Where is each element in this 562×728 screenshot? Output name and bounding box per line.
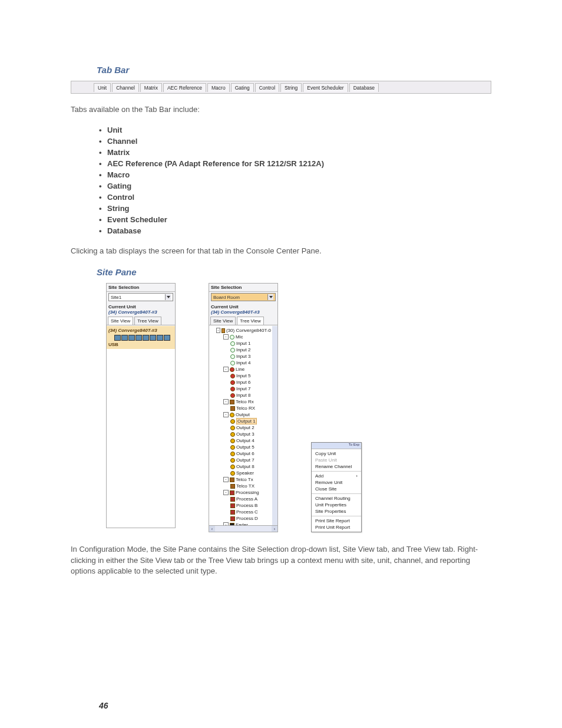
- tree-node-process[interactable]: Process B: [210, 502, 271, 509]
- tree-node-group-output[interactable]: -Output: [210, 411, 271, 418]
- tabbar-tab[interactable]: Unit: [94, 83, 111, 92]
- tree-node-label: Input 6: [236, 379, 250, 386]
- tabbar-tab[interactable]: AEC Reference: [163, 83, 206, 92]
- tree-node-input[interactable]: Input 7: [210, 386, 271, 392]
- tree-node-process[interactable]: Process D: [210, 515, 271, 522]
- tree-node-label: Output 3: [236, 431, 254, 437]
- tree-expand-icon[interactable]: -: [216, 328, 220, 333]
- unit-icon: [222, 328, 225, 333]
- processing-icon: [230, 516, 235, 521]
- tree-node-group-telcorx[interactable]: -Telco Rx: [210, 398, 271, 405]
- siteview-usb-label[interactable]: USB: [108, 342, 173, 347]
- tab-tree-view[interactable]: Tree View: [134, 317, 161, 325]
- dropdown-caret-icon: [267, 294, 273, 300]
- tree-node-label: Telco Rx: [236, 398, 254, 405]
- tree-node-input[interactable]: Input 4: [210, 360, 271, 366]
- tabbar-tab[interactable]: String: [280, 83, 302, 92]
- tab-site-view[interactable]: Site View: [108, 317, 133, 325]
- tree-node-label: Line: [236, 366, 244, 373]
- tree-node-input[interactable]: Input 3: [210, 353, 271, 360]
- tab-tree-view[interactable]: Tree View: [237, 317, 264, 325]
- tree-node-label: Input 5: [236, 373, 250, 379]
- siteview-box-icon: [157, 335, 163, 341]
- output-icon: [230, 465, 235, 469]
- tab-site-view[interactable]: Site View: [210, 317, 236, 325]
- tree-node-group-telcotx[interactable]: -Telco Tx: [210, 476, 271, 483]
- tree-node-label: Input 4: [236, 360, 250, 366]
- tree-node-input[interactable]: Input 8: [210, 392, 271, 398]
- line-icon: [230, 367, 234, 372]
- tree-node-label: (30) Converge840T-0: [226, 327, 271, 334]
- tree-node-output[interactable]: Telco TX: [210, 483, 271, 489]
- tree-node-label: Telco RX: [236, 405, 255, 411]
- horizontal-scrollbar[interactable]: ‹ ›: [209, 525, 277, 532]
- tree-expand-icon[interactable]: -: [223, 412, 229, 417]
- tree-node-label: Process A: [236, 496, 257, 502]
- siteview-unit-name[interactable]: (34) Converge840T-#3: [108, 328, 173, 333]
- site-selection-dropdown[interactable]: Site1: [108, 293, 173, 301]
- mic-icon: [230, 335, 234, 340]
- processing-icon: [230, 510, 235, 515]
- tree-node-input[interactable]: Input 2: [210, 347, 271, 353]
- context-menu-item[interactable]: Unit Properties: [312, 502, 361, 508]
- tree-node-output[interactable]: Output 2: [210, 424, 271, 431]
- tree-expand-icon[interactable]: -: [223, 477, 229, 482]
- tree-node-label: Output 5: [236, 444, 254, 450]
- context-menu-item[interactable]: Remove Unit: [312, 479, 361, 486]
- tree-node-output[interactable]: Output 7: [210, 457, 271, 463]
- output-icon: [230, 419, 235, 424]
- tab-list-item: Database: [99, 226, 491, 235]
- tree-node-input[interactable]: Input 6: [210, 379, 271, 386]
- tree-expand-icon[interactable]: -: [223, 399, 229, 404]
- tree-node-output[interactable]: Output 3: [210, 431, 271, 437]
- tree-node-output[interactable]: Output 4: [210, 437, 271, 444]
- tree-node-group-line[interactable]: -Line: [210, 366, 271, 373]
- output-icon: [230, 439, 235, 443]
- tree-node-group-processing[interactable]: -Processing: [210, 489, 271, 496]
- tabbar-tab[interactable]: Event Scheduler: [303, 83, 348, 92]
- output-icon: [230, 413, 234, 417]
- scroll-right-icon[interactable]: ›: [272, 526, 277, 532]
- tree-node-input[interactable]: Telco RX: [210, 405, 271, 411]
- tabbar-tab[interactable]: Channel: [112, 83, 139, 92]
- context-menu-item[interactable]: Close Site: [312, 486, 361, 492]
- tree-node-unit[interactable]: -(30) Converge840T-0: [210, 327, 271, 334]
- site-selection-dropdown[interactable]: Board Room: [211, 293, 276, 301]
- tabbar-tab[interactable]: Database: [349, 83, 379, 92]
- tree-node-output[interactable]: Output 1: [210, 418, 271, 424]
- context-menu-item[interactable]: Print Unit Report: [312, 524, 361, 531]
- tree-node-output[interactable]: Output 5: [210, 444, 271, 450]
- tree-node-output[interactable]: Output 8: [210, 463, 271, 470]
- context-menu-item[interactable]: Print Site Report: [312, 518, 361, 524]
- site-selection-label: Site Selection: [107, 284, 175, 292]
- tabbar-tab[interactable]: Control: [255, 83, 279, 92]
- output-icon: [230, 452, 235, 456]
- scroll-left-icon[interactable]: ‹: [209, 526, 215, 532]
- tree-node-input[interactable]: Input 5: [210, 373, 271, 379]
- tree-node-label: Telco Tx: [236, 476, 253, 483]
- context-menu-item[interactable]: Site Properties: [312, 508, 361, 515]
- context-menu-item[interactable]: Copy Unit: [312, 450, 361, 457]
- tree-expand-icon[interactable]: -: [223, 367, 229, 372]
- context-menu-item[interactable]: Rename Channel: [312, 463, 361, 470]
- mic-icon: [230, 348, 235, 353]
- tab-list-item: AEC Reference (PA Adapt Reference for SR…: [99, 159, 491, 168]
- context-menu-item[interactable]: Add: [312, 473, 361, 479]
- context-menu-header: To Exp: [312, 443, 361, 449]
- tree-node-process[interactable]: Process C: [210, 509, 271, 515]
- tabbar-tab[interactable]: Macro: [207, 83, 230, 92]
- tree-expand-icon[interactable]: -: [223, 522, 229, 525]
- tree-expand-icon[interactable]: -: [223, 490, 229, 495]
- tree-expand-icon[interactable]: -: [223, 334, 229, 340]
- tree-node-group-mic[interactable]: -Mic: [210, 334, 271, 340]
- sitepane-figure: Site Selection Site1 Current Unit (34) C…: [106, 283, 491, 532]
- context-menu-item[interactable]: Channel Routing: [312, 495, 361, 502]
- tree-node-output[interactable]: Speaker: [210, 470, 271, 476]
- tree-node-label: Input 7: [236, 386, 250, 392]
- tabbar-tab[interactable]: Matrix: [140, 83, 162, 92]
- tree-node-process[interactable]: Process A: [210, 496, 271, 502]
- tabbar-tab[interactable]: Gating: [231, 83, 254, 92]
- heading-site-pane: Site Pane: [97, 267, 491, 277]
- tree-node-output[interactable]: Output 6: [210, 450, 271, 457]
- tree-node-input[interactable]: Input 1: [210, 340, 271, 347]
